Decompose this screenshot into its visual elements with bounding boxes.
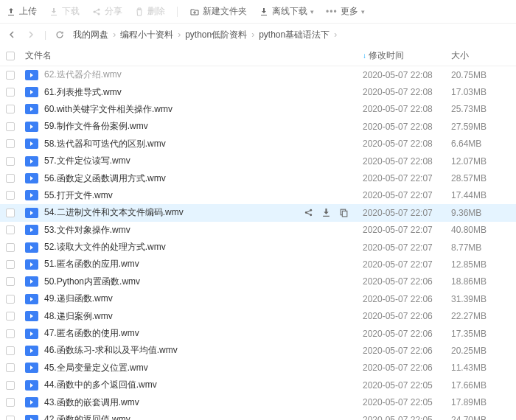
new-folder-button[interactable]: 新建文件夹 xyxy=(189,5,247,18)
offline-download-button[interactable]: 离线下载 ▾ xyxy=(259,5,314,18)
file-name: 44.函数中的多个返回值.wmv xyxy=(44,379,363,391)
video-file-icon xyxy=(25,122,38,132)
share-icon[interactable] xyxy=(304,208,314,218)
column-size-header[interactable]: 大小 xyxy=(451,49,510,62)
file-time: 2020-05-07 22:08 xyxy=(363,104,451,114)
file-name: 46.函数练习-求和以及平均值.wmv xyxy=(44,344,363,357)
file-row[interactable]: 52.读取大文件的处理方式.wmv 2020-05-07 22:07 8.77M… xyxy=(0,239,516,256)
refresh-button[interactable] xyxy=(54,29,66,41)
file-row[interactable]: 58.迭代器和可迭代的区别.wmv 2020-05-07 22:08 6.64M… xyxy=(0,136,516,153)
file-time: 2020-05-07 22:07 xyxy=(363,225,451,235)
breadcrumb-item[interactable]: 我的网盘 xyxy=(73,29,108,41)
toolbar: 上传 下载 分享 删除 新建文件夹 离线下载 ▾ ••• 更多 ▾ xyxy=(0,0,516,24)
row-checkbox[interactable] xyxy=(6,122,25,131)
file-size: 8.77MB xyxy=(451,242,510,253)
file-time: 2020-05-07 22:07 xyxy=(363,242,451,253)
row-checkbox[interactable] xyxy=(6,209,25,217)
row-checkbox[interactable] xyxy=(6,225,25,234)
file-row[interactable]: 43.函数的嵌套调用.wmv 2020-05-07 22:05 17.89MB xyxy=(0,393,516,410)
file-time: 2020-05-07 22:07 xyxy=(363,173,451,183)
file-name: 60.with关键字文件相关操作.wmv xyxy=(44,103,363,116)
video-file-icon xyxy=(25,363,38,373)
file-size: 27.59MB xyxy=(451,122,510,132)
row-checkbox[interactable] xyxy=(6,243,25,252)
download-button[interactable]: 下载 xyxy=(49,5,80,18)
share-label: 分享 xyxy=(105,5,122,18)
row-checkbox[interactable] xyxy=(6,416,25,421)
file-row[interactable]: 47.匿名函数的使用.wmv 2020-05-07 22:06 17.35MB xyxy=(0,325,516,342)
file-row[interactable]: 62.迭代器介绍.wmv 2020-05-07 22:08 20.75MB xyxy=(0,66,516,83)
breadcrumb: 我的网盘 › 编程小十资料 › python低阶资料 › python基础语法下… xyxy=(73,29,337,41)
file-row[interactable]: 48.递归案例.wmv 2020-05-07 22:06 22.27MB xyxy=(0,307,516,324)
file-size: 20.75MB xyxy=(451,70,510,80)
file-row[interactable]: 42.函数的返回值.wmv 2020-05-07 22:05 24.70MB xyxy=(0,411,516,420)
delete-label: 删除 xyxy=(147,5,165,18)
file-size: 24.70MB xyxy=(451,415,510,421)
file-row[interactable]: 51.匿名函数的应用.wmv 2020-05-07 22:07 12.85MB xyxy=(0,256,516,273)
file-name: 49.递归函数.wmv xyxy=(44,293,363,305)
nav-row: | 我的网盘 › 编程小十资料 › python低阶资料 › python基础语… xyxy=(0,24,516,46)
row-checkbox[interactable] xyxy=(6,381,25,390)
copy-icon[interactable] xyxy=(339,208,349,218)
row-checkbox[interactable] xyxy=(6,139,25,148)
file-name: 42.函数的返回值.wmv xyxy=(44,413,363,420)
row-checkbox[interactable] xyxy=(6,346,25,355)
column-time-header[interactable]: ↓ 修改时间 xyxy=(363,49,451,62)
row-checkbox[interactable] xyxy=(6,398,25,407)
file-size: 18.86MB xyxy=(451,276,510,287)
file-row[interactable]: 55.打开文件.wmv 2020-05-07 22:07 17.44MB xyxy=(0,187,516,204)
column-name-header[interactable]: 文件名 xyxy=(25,49,363,62)
file-row[interactable]: 57.文件定位读写.wmv 2020-05-07 22:08 12.07MB xyxy=(0,153,516,169)
file-row[interactable]: 50.Python内置函数.wmv 2020-05-07 22:06 18.86… xyxy=(0,273,516,290)
select-all-checkbox[interactable] xyxy=(6,52,25,60)
row-checkbox[interactable] xyxy=(6,105,25,113)
row-checkbox[interactable] xyxy=(6,88,25,97)
row-checkbox[interactable] xyxy=(6,312,25,321)
svg-rect-47 xyxy=(342,211,347,217)
row-checkbox[interactable] xyxy=(6,329,25,338)
back-button[interactable] xyxy=(6,29,18,41)
file-row[interactable]: 53.文件对象操作.wmv 2020-05-07 22:07 40.80MB xyxy=(0,222,516,239)
delete-button[interactable]: 删除 xyxy=(134,5,165,18)
row-checkbox[interactable] xyxy=(6,260,25,269)
video-file-icon xyxy=(25,329,38,339)
file-row[interactable]: 44.函数中的多个返回值.wmv 2020-05-07 22:05 17.66M… xyxy=(0,377,516,393)
download-icon[interactable] xyxy=(321,208,332,218)
video-file-icon xyxy=(25,276,38,287)
row-checkbox[interactable] xyxy=(6,295,25,304)
breadcrumb-item[interactable]: 编程小十资料 xyxy=(120,29,173,41)
file-row[interactable]: 56.函数定义函数调用方式.wmv 2020-05-07 22:07 28.57… xyxy=(0,169,516,186)
row-actions xyxy=(304,208,349,218)
file-row[interactable]: 59.制作文件备份案例.wmv 2020-05-07 22:08 27.59MB xyxy=(0,118,516,135)
file-name: 47.匿名函数的使用.wmv xyxy=(44,327,363,340)
row-checkbox[interactable] xyxy=(6,71,25,80)
more-button[interactable]: ••• 更多 ▾ xyxy=(326,5,365,18)
upload-button[interactable]: 上传 xyxy=(6,5,37,18)
file-row[interactable]: 49.递归函数.wmv 2020-05-07 22:06 31.39MB xyxy=(0,290,516,307)
file-size: 6.64MB xyxy=(451,139,510,149)
file-row[interactable]: 45.全局变量定义位置.wmv 2020-05-07 22:06 11.43MB xyxy=(0,360,516,377)
file-name: 48.递归案例.wmv xyxy=(44,310,363,323)
row-checkbox[interactable] xyxy=(6,363,25,372)
file-row[interactable]: 61.列表推导式.wmv 2020-05-07 22:08 17.03MB xyxy=(0,83,516,100)
file-size: 28.57MB xyxy=(451,173,510,183)
breadcrumb-item[interactable]: python基础语法下 xyxy=(259,29,330,41)
file-row[interactable]: 60.with关键字文件相关操作.wmv 2020-05-07 22:08 25… xyxy=(0,101,516,118)
share-button[interactable]: 分享 xyxy=(91,5,122,18)
offline-download-icon xyxy=(259,7,269,17)
download-label: 下载 xyxy=(62,5,80,18)
file-row[interactable]: 46.函数练习-求和以及平均值.wmv 2020-05-07 22:06 20.… xyxy=(0,342,516,359)
video-file-icon xyxy=(25,259,38,270)
row-checkbox[interactable] xyxy=(6,277,25,286)
file-name: 50.Python内置函数.wmv xyxy=(44,276,363,288)
row-checkbox[interactable] xyxy=(6,174,25,183)
row-checkbox[interactable] xyxy=(6,191,25,200)
file-time: 2020-05-07 22:05 xyxy=(363,380,451,391)
breadcrumb-item[interactable]: python低阶资料 xyxy=(185,29,247,41)
row-checkbox[interactable] xyxy=(6,157,25,166)
upload-label: 上传 xyxy=(19,5,37,18)
forward-button[interactable] xyxy=(25,29,37,41)
file-name: 59.制作文件备份案例.wmv xyxy=(44,120,363,133)
video-file-icon xyxy=(25,190,38,200)
file-row[interactable]: 54.二进制文件和文本文件编码.wmv 2020-05-07 22:07 9.3… xyxy=(0,204,516,221)
